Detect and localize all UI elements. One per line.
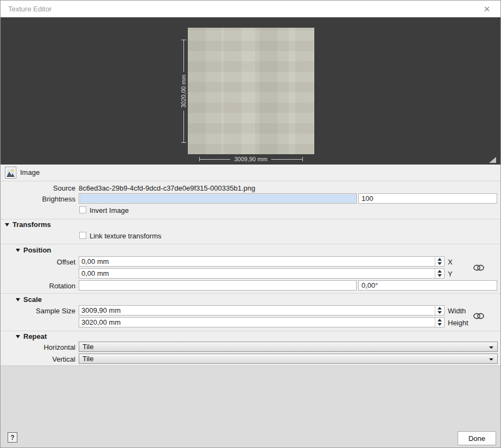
collapse-arrow-icon [5, 223, 9, 226]
brightness-value-field[interactable]: 100 [358, 193, 497, 204]
dialog-title: Texture Editor [8, 5, 52, 13]
scale-section-header[interactable]: Scale [16, 295, 42, 304]
sample-width-field [79, 305, 445, 316]
source-label: Source [1, 184, 75, 192]
sample-width-input[interactable] [79, 305, 445, 316]
close-icon[interactable]: ✕ [477, 1, 497, 17]
link-scale-icon[interactable] [472, 312, 485, 320]
link-position-icon[interactable] [472, 264, 485, 272]
offset-x-field [79, 256, 445, 267]
help-button[interactable]: ? [8, 432, 17, 443]
rotation-value-field[interactable]: 0,00° [358, 280, 497, 291]
sample-width-label: Width [448, 307, 466, 315]
chevron-down-icon [489, 346, 493, 349]
repeat-horizontal-dropdown[interactable]: Tile [79, 342, 498, 352]
image-section-title: Image [20, 168, 40, 176]
brightness-label: Brightness [1, 195, 75, 203]
rotation-input[interactable] [79, 280, 357, 291]
rotation-label: Rotation [1, 282, 75, 290]
repeat-vertical-label: Vertical [1, 355, 75, 363]
offset-x-spinner [435, 257, 444, 266]
sample-height-spinner [435, 318, 444, 327]
spinner-down-button[interactable] [435, 323, 444, 327]
preview-resize-grip[interactable] [489, 157, 496, 163]
repeat-section-header[interactable]: Repeat [16, 332, 47, 340]
image-icon [5, 167, 16, 179]
offset-label: Offset [1, 258, 75, 266]
repeat-horizontal-value: Tile [83, 343, 93, 351]
height-dimension-label: 3020,00 mm [180, 72, 187, 110]
done-button[interactable]: Done [458, 431, 496, 445]
spinner-up-button[interactable] [435, 306, 444, 311]
offset-y-spinner [435, 269, 444, 278]
source-filename: 8c6ed3ac-29b9-4cfd-9dcd-c37de0e9f315-000… [79, 184, 255, 192]
repeat-section-title: Repeat [23, 332, 47, 340]
invert-image-checkbox[interactable] [79, 206, 86, 213]
position-section-header[interactable]: Position [16, 246, 51, 254]
offset-x-axis-label: X [448, 258, 453, 266]
spinner-up-button[interactable] [435, 257, 444, 262]
invert-image-label: Invert Image [90, 206, 129, 214]
chevron-down-icon [489, 358, 493, 361]
spinner-up-button[interactable] [435, 318, 444, 323]
collapse-arrow-icon [16, 249, 20, 252]
dialog-footer-area [1, 365, 500, 448]
repeat-vertical-value: Tile [83, 355, 93, 363]
collapse-arrow-icon [16, 335, 20, 338]
spinner-up-button[interactable] [435, 269, 444, 274]
transforms-section-header[interactable]: Transforms [5, 220, 51, 229]
repeat-horizontal-label: Horizontal [1, 343, 75, 351]
separator [1, 293, 500, 294]
spinner-down-button[interactable] [435, 262, 444, 267]
texture-preview-area: 3020,00 mm 3009,90 mm [1, 17, 500, 165]
width-dimension-label: 3009,90 mm [230, 156, 271, 162]
offset-y-axis-label: Y [448, 270, 453, 278]
image-section-header: Image [1, 165, 500, 181]
separator [1, 331, 500, 331]
offset-y-field [79, 268, 445, 279]
texture-preview-image[interactable] [188, 28, 314, 154]
texture-editor-dialog: Texture Editor ✕ 3020,00 mm 3009,90 mm [0, 0, 501, 448]
sample-height-field [79, 317, 445, 327]
separator [1, 219, 500, 219]
scale-section-title: Scale [23, 295, 42, 304]
repeat-vertical-dropdown[interactable]: Tile [79, 354, 498, 364]
spinner-down-button[interactable] [435, 311, 444, 316]
spinner-down-button[interactable] [435, 274, 444, 279]
texture-settings-form: Image Source 8c6ed3ac-29b9-4cfd-9dcd-c37… [1, 165, 500, 365]
brightness-slider[interactable] [79, 193, 357, 204]
sample-height-input[interactable] [79, 317, 445, 327]
link-texture-transforms-checkbox[interactable] [79, 232, 86, 239]
separator [1, 244, 500, 244]
texture-noise [188, 28, 314, 154]
sample-size-label: Sample Size [1, 307, 75, 315]
separator [1, 181, 500, 181]
sample-height-label: Height [448, 319, 468, 327]
link-texture-transforms-label: Link texture transforms [90, 232, 161, 240]
offset-y-input[interactable] [79, 268, 445, 279]
offset-x-input[interactable] [79, 256, 445, 267]
collapse-arrow-icon [16, 298, 20, 301]
brightness-slider-fill [80, 194, 356, 203]
position-section-title: Position [23, 246, 51, 254]
transforms-section-title: Transforms [12, 220, 51, 229]
title-bar: Texture Editor ✕ [1, 1, 500, 17]
sample-width-spinner [435, 306, 444, 315]
